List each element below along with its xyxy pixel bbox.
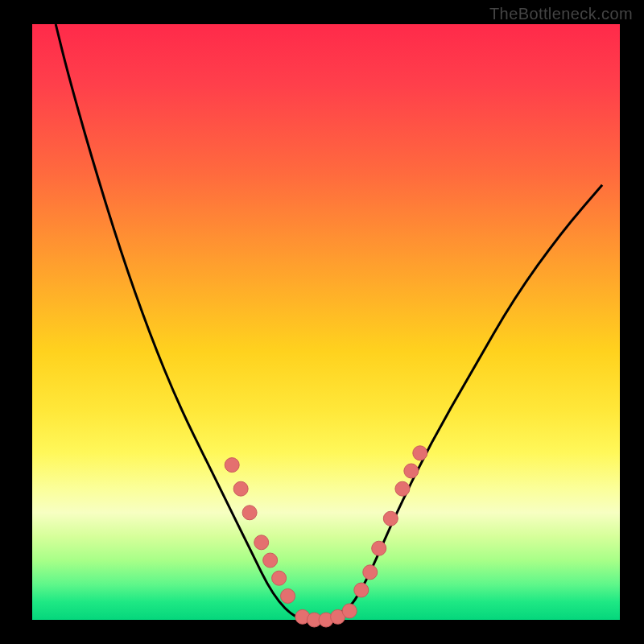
marker-dot [383,511,398,526]
chart-svg [32,24,620,620]
plot-area [32,24,620,620]
marker-dot [272,571,287,585]
outer-frame: TheBottleneck.com [0,0,644,644]
marker-dot [242,506,257,520]
marker-dot [342,604,357,618]
marker-dot [281,588,295,603]
marker-dot [254,535,269,550]
marker-dot [354,583,369,597]
curve-layer [56,24,602,620]
marker-dot [372,541,386,555]
marker-dot [395,481,410,496]
marker-dot [225,458,239,473]
marker-dot [263,553,278,568]
bottleneck-curve [56,24,602,620]
marker-dot [413,446,427,460]
marker-dot [233,481,248,496]
watermark-text: TheBottleneck.com [489,5,633,23]
marker-dot [363,565,378,580]
marker-dot [404,464,419,478]
markers-layer [225,446,427,627]
